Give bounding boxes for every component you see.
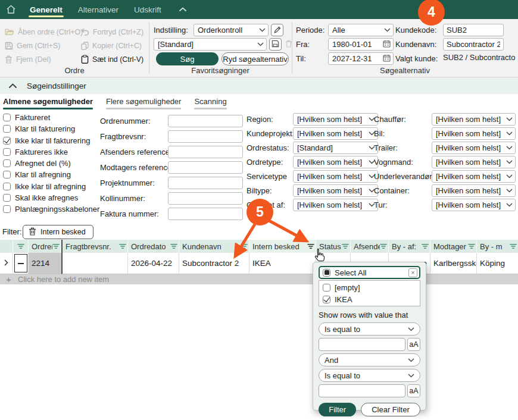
filter-chip-intern-besked[interactable]: Intern besked bbox=[23, 225, 93, 239]
operator-select[interactable]: And bbox=[319, 353, 420, 366]
checkbox-ikke-klar-til-fakturering[interactable]: Ikke klar til fakturering bbox=[3, 136, 90, 145]
tur-select[interactable]: [Hvilken som helst] bbox=[432, 199, 516, 211]
apply-filter-button[interactable]: Filter bbox=[319, 403, 356, 416]
underleverandoer-select[interactable]: [Hvilken som helst] bbox=[432, 170, 516, 183]
oprettet-af-select[interactable]: [Hvilken som helst] bbox=[293, 199, 378, 211]
faktura-nummer-input[interactable] bbox=[168, 208, 243, 220]
soeg-button[interactable]: Søg bbox=[156, 52, 219, 65]
gem-button[interactable]: Gem (Ctrl+S) bbox=[5, 40, 60, 51]
select-all-checkbox-icon[interactable] bbox=[323, 269, 330, 277]
delete-favorite-button[interactable] bbox=[282, 38, 295, 51]
filter-funnel-icon-active[interactable] bbox=[307, 243, 314, 250]
kopier-button[interactable]: Kopier (Ctrl+C) bbox=[81, 40, 142, 51]
cell-ordrer[interactable]: 2214 bbox=[29, 253, 61, 274]
checkbox-icon[interactable] bbox=[323, 296, 330, 303]
filter-option-ikea[interactable]: IKEA bbox=[319, 293, 420, 305]
kundeprojekt-select[interactable]: [Hvilken som helst] bbox=[293, 127, 378, 140]
fra-date-input[interactable]: 1980-01-01 bbox=[328, 38, 394, 51]
checkbox-icon[interactable] bbox=[3, 125, 11, 133]
header-by-modtager[interactable]: By - m bbox=[477, 240, 518, 253]
ordretype-select[interactable]: [Hvilken som helst] bbox=[293, 156, 378, 168]
cell-intern-besked[interactable]: IKEA bbox=[249, 253, 316, 274]
header-status[interactable]: Status bbox=[316, 240, 351, 253]
cell-ordredato[interactable]: 2026-04-22 bbox=[128, 253, 179, 274]
vognmand-select[interactable]: [Hvilken som helst] bbox=[432, 156, 516, 168]
kollinummer-input[interactable] bbox=[168, 192, 243, 205]
servicetype-select[interactable]: [Hvilken som helst] bbox=[293, 170, 378, 183]
fortryd-button[interactable]: Fortryd (Ctrl+Z) bbox=[81, 27, 143, 37]
header-by-afsender[interactable]: By - af: bbox=[389, 240, 430, 253]
periode-select[interactable]: Alle bbox=[328, 24, 394, 36]
header-afsender[interactable]: Afsende bbox=[351, 240, 389, 253]
collapse-chevron-up-icon[interactable] bbox=[8, 83, 17, 89]
checkbox-afregnet-del[interactable]: Afregnet del (%) bbox=[3, 159, 71, 168]
checkbox-icon[interactable] bbox=[3, 183, 11, 190]
chauffoer-select[interactable]: [Hvilken som helst] bbox=[432, 113, 516, 126]
filter-funnel-icon[interactable] bbox=[380, 243, 387, 250]
cell-kundenavn[interactable]: Subcontractor 2 bbox=[179, 253, 249, 274]
checkbox-icon[interactable] bbox=[3, 159, 11, 167]
checkbox-icon[interactable] bbox=[3, 114, 11, 121]
header-kundenavn[interactable]: Kundenavn bbox=[179, 240, 249, 253]
header-ordredato[interactable]: Ordredato bbox=[128, 240, 179, 253]
header-modtager[interactable]: Modtager bbox=[430, 240, 477, 253]
ordrenummer-input[interactable] bbox=[168, 115, 243, 127]
trailer-select[interactable]: [Hvilken som helst] bbox=[432, 142, 516, 154]
trash-icon[interactable] bbox=[29, 227, 36, 237]
calendar-icon[interactable] bbox=[383, 54, 391, 64]
tab-almene-soegemuligheder[interactable]: Almene søgemuligheder bbox=[3, 94, 93, 110]
clear-filter-button[interactable]: Clear Filter bbox=[361, 403, 420, 416]
kundekode-input[interactable] bbox=[443, 24, 504, 36]
bil-select[interactable]: [Hvilken som helst] bbox=[432, 127, 516, 140]
checkbox-ikke-klar-til-afregning[interactable]: Ikke klar til afregning bbox=[3, 182, 86, 191]
filter-funnel-icon[interactable] bbox=[510, 243, 517, 250]
ribbon-collapse-chevron-up-icon[interactable] bbox=[179, 7, 187, 12]
header-fragtbrevsnr[interactable]: Fragtbrevsnr. bbox=[61, 240, 128, 253]
home-icon[interactable] bbox=[6, 5, 16, 14]
tab-flere-soegemuligheder[interactable]: Flere søgemuligheder bbox=[106, 94, 181, 110]
filter-funnel-icon[interactable] bbox=[342, 243, 349, 250]
select-all-row[interactable]: Select All × bbox=[319, 266, 420, 279]
condition1-value-input[interactable] bbox=[319, 338, 405, 351]
row-expand-cell[interactable] bbox=[0, 253, 13, 274]
case-sensitive-toggle[interactable]: aA bbox=[407, 384, 420, 397]
edit-favorite-button[interactable] bbox=[271, 24, 283, 36]
filter-option-empty[interactable]: [empty] bbox=[319, 281, 420, 293]
checkbox-icon[interactable] bbox=[3, 205, 11, 213]
filter-funnel-icon[interactable] bbox=[422, 243, 429, 250]
filter-funnel-icon[interactable] bbox=[468, 243, 475, 250]
checkbox-klar-til-fakturering[interactable]: Klar til fakturering bbox=[3, 124, 75, 133]
collapse-group-box[interactable] bbox=[14, 254, 27, 272]
cell-by-modtager[interactable]: Köping bbox=[477, 253, 518, 274]
filter-funnel-icon[interactable] bbox=[17, 243, 24, 250]
checkbox-faktureret[interactable]: Faktureret bbox=[3, 113, 50, 122]
header-intern-besked[interactable]: Intern besked bbox=[249, 240, 316, 253]
condition1-select[interactable]: Is equal to bbox=[319, 322, 420, 336]
add-new-item-row[interactable]: + Click here to add new item bbox=[0, 274, 518, 284]
cell-fragtbrevsnr[interactable] bbox=[61, 253, 128, 274]
checkbox-icon[interactable] bbox=[323, 284, 330, 292]
calendar-icon[interactable] bbox=[383, 40, 391, 49]
checkbox-faktureres-ikke[interactable]: Faktureres ikke bbox=[3, 148, 68, 156]
ryd-soegealternativ-button[interactable]: Ryd søgealternativ bbox=[221, 52, 289, 65]
table-row[interactable]: 2214 2026-04-22 Subcontractor 2 IKEA e K… bbox=[0, 253, 518, 274]
checkbox-planlaegningsskabeloner[interactable]: Planlægningsskabeloner bbox=[3, 205, 99, 214]
condition2-value-input[interactable] bbox=[319, 384, 405, 397]
checkbox-icon[interactable] bbox=[3, 137, 11, 145]
container-select[interactable]: [Hvilken som helst] bbox=[432, 184, 516, 197]
row-collapse-cell[interactable] bbox=[13, 253, 29, 274]
filter-funnel-icon[interactable] bbox=[241, 243, 248, 250]
checkbox-icon[interactable] bbox=[3, 194, 11, 202]
tab-scanning[interactable]: Scanning bbox=[194, 94, 226, 110]
kundenavn-input[interactable] bbox=[443, 38, 504, 51]
aaben-ordre-button[interactable]: Åben ordre (Ctrl+O) bbox=[5, 27, 83, 37]
close-icon[interactable]: × bbox=[408, 268, 417, 277]
header-ordrer[interactable]: Ordrer bbox=[29, 240, 61, 253]
tab-udskrift[interactable]: Udskrift bbox=[126, 0, 169, 19]
header-select-col[interactable] bbox=[13, 240, 29, 253]
fjern-button[interactable]: Fjern (Del) bbox=[5, 54, 51, 64]
save-favorite-button[interactable] bbox=[269, 38, 282, 51]
region-select[interactable]: [Hvilken som helst] bbox=[293, 113, 378, 126]
biltype-select[interactable]: [Hvilken som helst] bbox=[293, 184, 378, 197]
tab-generelt[interactable]: Generelt bbox=[22, 0, 70, 19]
